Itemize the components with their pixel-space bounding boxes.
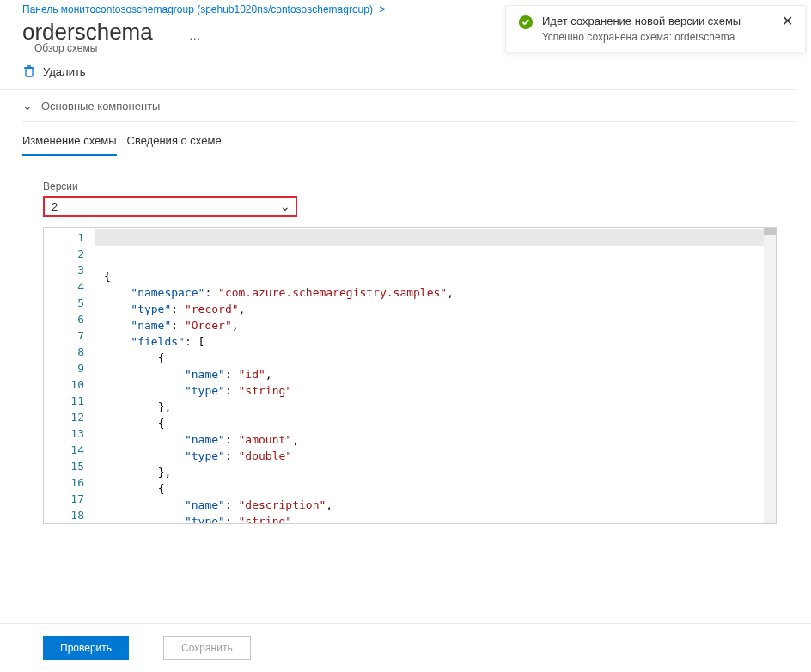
code-line[interactable]: }, — [104, 399, 776, 415]
essentials-section[interactable]: ⌄ Основные компоненты — [22, 90, 797, 122]
line-number: 2 — [44, 246, 95, 262]
chevron-down-icon: ⌄ — [280, 199, 290, 213]
toast-title: Идет сохранение новой версии схемы — [542, 15, 773, 27]
line-number: 14 — [44, 442, 95, 458]
code-line[interactable]: "fields": [ — [104, 333, 776, 350]
current-line-highlight — [95, 229, 776, 246]
code-editor[interactable]: 123456789101112131415161718 { "namespace… — [43, 227, 777, 524]
code-gutter: 123456789101112131415161718 — [44, 228, 95, 523]
tab-edit-schema[interactable]: Изменение схемы — [22, 129, 117, 156]
delete-button[interactable]: Удалить — [22, 64, 86, 78]
code-line[interactable]: "type": "record", — [104, 301, 776, 317]
breadcrumb-link[interactable]: contososchemagroup (spehub1020ns/contoso… — [95, 3, 373, 15]
svg-rect-0 — [26, 68, 33, 76]
scrollbar[interactable] — [764, 228, 776, 523]
success-icon — [518, 15, 534, 30]
line-number: 13 — [44, 425, 95, 442]
essentials-label: Основные компоненты — [41, 100, 160, 113]
more-icon[interactable]: … — [189, 28, 201, 42]
code-line[interactable]: "name": "amount", — [104, 431, 776, 448]
scrollbar-thumb[interactable] — [764, 228, 776, 235]
line-number: 11 — [44, 393, 95, 409]
code-line[interactable]: "name": "Order", — [104, 317, 776, 333]
code-line[interactable]: }, — [104, 464, 776, 480]
line-number: 18 — [44, 507, 95, 523]
bottom-bar: Проверить Сохранить — [0, 623, 811, 672]
toolbar: Удалить — [0, 54, 797, 90]
version-select[interactable]: 2 ⌄ — [43, 196, 297, 217]
delete-label: Удалить — [43, 65, 86, 78]
code-line[interactable]: "type": "string" — [104, 382, 776, 399]
line-number: 10 — [44, 376, 95, 393]
close-icon[interactable]: ✕ — [782, 15, 793, 28]
code-line[interactable]: { — [104, 480, 776, 497]
line-number: 7 — [44, 327, 95, 344]
toast-message: Успешно сохранена схема: orderschema — [542, 31, 773, 43]
tab-schema-details[interactable]: Сведения о схеме — [127, 129, 222, 156]
line-number: 15 — [44, 458, 95, 474]
line-number: 16 — [44, 474, 95, 491]
line-number: 4 — [44, 278, 95, 295]
tabs: Изменение схемы Сведения о схеме — [22, 129, 797, 156]
line-number: 5 — [44, 295, 95, 311]
line-number: 12 — [44, 409, 95, 425]
line-number: 8 — [44, 344, 95, 360]
code-line[interactable]: { — [104, 350, 776, 366]
validate-button[interactable]: Проверить — [43, 636, 129, 660]
code-content[interactable]: { "namespace": "com.azure.schemaregistry… — [95, 228, 776, 523]
code-line[interactable]: "type": "double" — [104, 448, 776, 464]
trash-icon — [22, 64, 36, 78]
line-number: 1 — [44, 229, 95, 246]
version-label: Версии — [43, 180, 777, 192]
code-line[interactable]: "name": "id", — [104, 366, 776, 382]
code-line[interactable]: "name": "description", — [104, 497, 776, 513]
line-number: 6 — [44, 311, 95, 327]
code-line[interactable]: { — [104, 268, 776, 284]
code-line[interactable]: { — [104, 415, 776, 431]
code-line[interactable]: "namespace": "com.azure.schemaregistry.s… — [104, 284, 776, 301]
chevron-down-icon: ⌄ — [22, 99, 33, 113]
chevron-right-icon: > — [379, 3, 385, 15]
save-button[interactable]: Сохранить — [163, 636, 251, 660]
code-line[interactable]: "type": "string" — [104, 513, 776, 523]
line-number: 3 — [44, 262, 95, 278]
breadcrumb-prefix: Панель монито — [22, 3, 95, 15]
notification-toast: Идет сохранение новой версии схемы Успеш… — [505, 5, 806, 52]
version-selected-value: 2 — [52, 200, 58, 213]
line-number: 9 — [44, 360, 95, 376]
line-number: 17 — [44, 491, 95, 507]
